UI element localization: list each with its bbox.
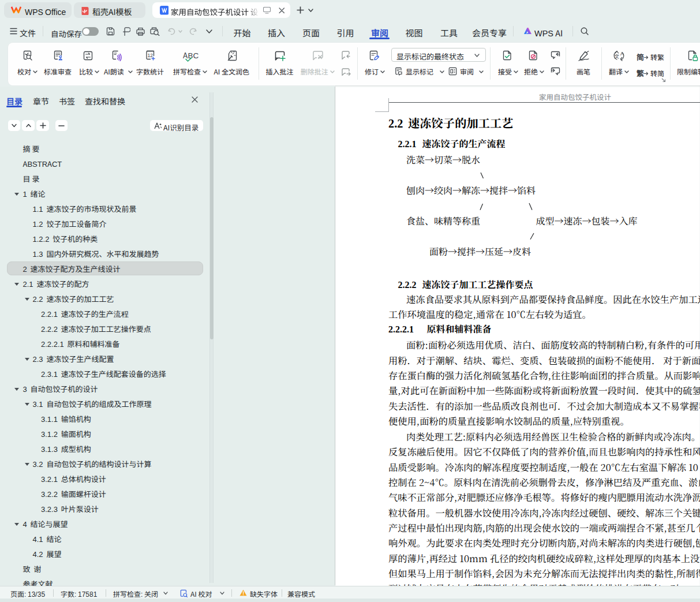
- svg-text:文: 文: [615, 53, 620, 59]
- svg-text:A: A: [620, 51, 624, 57]
- svg-text:12: 12: [148, 53, 154, 58]
